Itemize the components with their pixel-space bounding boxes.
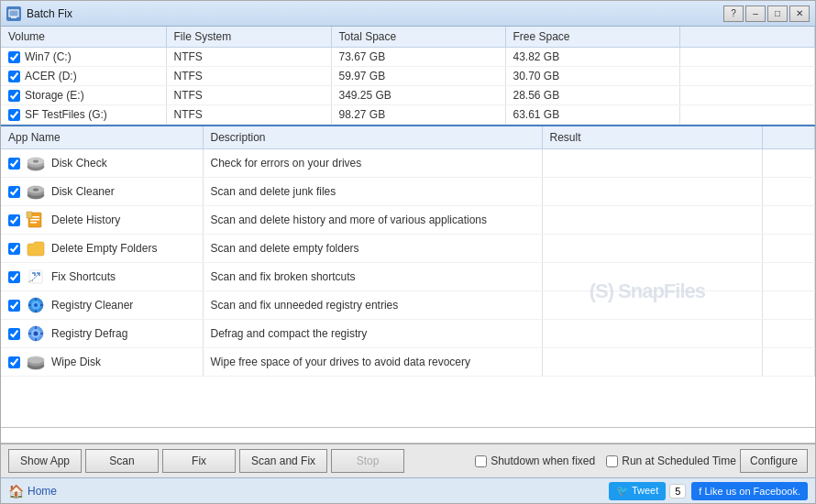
svg-rect-15 [27,212,32,218]
scheduled-label: Run at Scheduled Time [622,455,736,467]
app-result-5 [542,291,762,320]
tweet-icon: 🐦 [616,485,629,496]
drive-total-1: 59.97 GB [331,67,505,86]
app-desc-6: Defrag and compact the registry [203,320,542,348]
window-title: Batch Fix [27,7,723,20]
app-icon-4 [26,267,46,287]
app-desc-0: Check for errors on your drives [203,149,542,178]
home-link[interactable]: 🏠 Home [8,484,57,499]
app-name-cell-7: Wipe Disk [1,348,203,377]
home-icon: 🏠 [8,484,24,499]
drive-row: Storage (E:) NTFS 349.25 GB 28.56 GB [1,86,815,105]
app-desc-4: Scan and fix broken shortcuts [203,263,542,291]
fix-button[interactable]: Fix [162,449,236,473]
tweet-button[interactable]: 🐦 Tweet [609,482,666,500]
app-name-cell-1: Disk Cleaner [1,178,203,206]
drive-free-0: 43.82 GB [505,48,679,67]
app-checkbox-5[interactable] [8,300,20,312]
app-row: Disk Check Check for errors on your driv… [1,149,815,178]
drive-checkbox-3[interactable] [8,109,20,121]
app-extra-6 [762,320,815,348]
stop-button[interactable]: Stop [331,449,404,473]
svg-rect-22 [28,304,31,306]
drives-col-free: Free Space [505,27,679,48]
drive-checkbox-2[interactable] [8,90,20,102]
drive-free-2: 28.56 GB [505,86,679,105]
svg-rect-14 [30,222,37,224]
app-checkbox-7[interactable] [8,356,20,368]
app-row: Delete Empty Folders Scan and delete emp… [1,235,815,263]
scheduled-checkbox-label[interactable]: Run at Scheduled Time [606,455,736,467]
app-name-5: Registry Cleaner [51,299,133,312]
app-name-4: Fix Shortcuts [51,270,116,283]
svg-point-19 [34,303,38,307]
tweet-area: 🐦 Tweet 5 [609,482,686,500]
apps-scroll[interactable]: (S) SnapFiles App Name Description Resul… [1,126,815,427]
app-result-3 [542,235,762,263]
app-desc-3: Scan and delete empty folders [203,235,542,263]
help-button[interactable]: ? [723,5,744,22]
drive-volume-1: ACER (D:) [25,70,77,82]
scheduled-checkbox[interactable] [606,455,618,467]
drive-volume-cell: Win7 (C:) [1,48,166,67]
apps-wrapper: (S) SnapFiles App Name Description Resul… [1,126,815,427]
app-name-cell-5: Registry Cleaner [1,291,203,320]
drive-fs-1: NTFS [166,67,331,86]
app-result-0 [542,149,762,178]
configure-button[interactable]: Configure [740,449,808,473]
app-name-7: Wipe Disk [51,356,101,368]
scan-and-fix-button[interactable]: Scan and Fix [239,449,327,473]
apps-table: App Name Description Result Disk Check C… [1,126,815,377]
drives-col-volume: Volume [1,27,166,48]
drive-row: SF TestFiles (G:) NTFS 98.27 GB 63.61 GB [1,105,815,125]
window-controls: ? – □ ✕ [723,5,810,22]
svg-point-6 [33,160,39,163]
facebook-icon: f [699,486,701,497]
app-extra-1 [762,178,815,206]
apps-col-name: App Name [1,126,203,149]
shutdown-checkbox[interactable] [475,455,487,467]
app-name-cell-0: Disk Check [1,149,203,178]
app-checkbox-2[interactable] [8,214,20,226]
app-extra-3 [762,235,815,263]
svg-rect-16 [29,270,42,283]
shutdown-checkbox-label[interactable]: Shutdown when fixed [475,455,595,467]
app-desc-1: Scan and delete junk files [203,178,542,206]
drives-panel: Volume File System Total Space Free Spac… [1,27,815,126]
app-checkbox-1[interactable] [8,186,20,198]
app-checkbox-3[interactable] [8,243,20,255]
maximize-button[interactable]: □ [767,5,788,22]
app-name-1: Disk Cleaner [51,185,115,198]
app-checkbox-4[interactable] [8,271,20,283]
app-extra-0 [762,149,815,178]
app-checkbox-6[interactable] [8,328,20,340]
title-bar: Batch Fix ? – □ ✕ [1,1,815,27]
app-icon-1 [26,181,46,202]
drive-extra-1 [679,67,815,86]
drives-col-fs: File System [166,27,331,48]
svg-point-33 [28,356,44,364]
facebook-label: Like us on Facebook. [704,486,800,497]
drive-volume-cell: ACER (D:) [1,67,166,86]
facebook-button[interactable]: f Like us on Facebook. [691,482,808,500]
svg-rect-1 [10,11,17,16]
app-icon-0 [26,153,46,173]
apps-col-result: Result [542,126,762,149]
drive-volume-2: Storage (E:) [25,89,84,102]
minimize-button[interactable]: – [745,5,766,22]
svg-point-10 [33,189,39,192]
svg-rect-23 [40,304,43,306]
app-result-4 [542,263,762,291]
drive-total-2: 349.25 GB [331,86,505,105]
svg-point-26 [34,332,39,336]
show-app-button[interactable]: Show App [8,449,82,473]
drive-checkbox-0[interactable] [8,51,20,63]
drive-checkbox-1[interactable] [8,71,20,82]
app-name-cell-4: Fix Shortcuts [1,263,203,291]
close-button[interactable]: ✕ [789,5,810,22]
app-name-cell-3: Delete Empty Folders [1,235,203,263]
app-icon-2 [26,210,46,230]
app-checkbox-0[interactable] [8,158,20,170]
scan-button[interactable]: Scan [85,449,159,473]
svg-rect-21 [35,310,37,312]
